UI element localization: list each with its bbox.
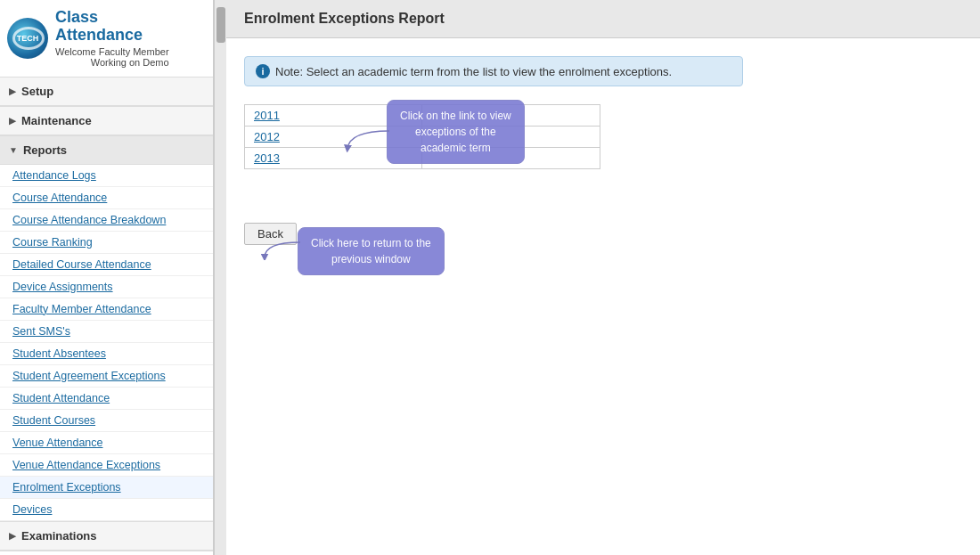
sidebar-scrollbar[interactable]: [214, 0, 226, 555]
examinations-section-header[interactable]: ▶ Examinations: [0, 522, 213, 551]
nav-item-enrolment-exceptions[interactable]: Enrolment Exceptions: [0, 477, 213, 499]
reports-label: Reports: [23, 143, 67, 157]
nav-item-student-absentees[interactable]: Student Absentees: [0, 343, 213, 365]
scrollbar-thumb: [216, 7, 225, 43]
nav-item-devices[interactable]: Devices: [0, 499, 213, 521]
nav-item-attendance-logs[interactable]: Attendance Logs: [0, 165, 213, 187]
app-title-line2: Attendance: [55, 27, 169, 45]
info-icon: i: [256, 64, 270, 78]
year-link-2011[interactable]: 2011: [254, 109, 280, 122]
nav-item-venue-attendance-exceptions[interactable]: Venue Attendance Exceptions: [0, 454, 213, 477]
tooltip2-arrow-icon: [260, 238, 305, 260]
maintenance-label: Maintenance: [21, 114, 92, 127]
welcome-text: Welcome Faculty Member Working on Demo: [55, 46, 169, 68]
nav-item-faculty-member-attendance[interactable]: Faculty Member Attendance: [0, 298, 213, 321]
note-box: i Note: Select an academic term from the…: [244, 56, 743, 86]
year-table-wrapper: 2011 2012 2013: [244, 104, 962, 169]
main-content: Enrolment Exceptions Report i Note: Sele…: [226, 0, 980, 555]
tooltip1-bubble: Click on the link to view exceptions of …: [387, 100, 525, 164]
nav-item-student-agreement-exceptions[interactable]: Student Agreement Exceptions: [0, 365, 213, 388]
app-title-block: Class Attendance Welcome Faculty Member …: [55, 9, 169, 68]
reports-section-header[interactable]: ▼ Reports: [0, 136, 213, 165]
nav-item-venue-attendance[interactable]: Venue Attendance: [0, 432, 213, 454]
reports-arrow-icon: ▼: [9, 145, 18, 155]
maintenance-arrow-icon: ▶: [9, 116, 16, 126]
note-text: Note: Select an academic term from the l…: [275, 65, 672, 78]
nav-item-student-attendance[interactable]: Student Attendance: [0, 388, 213, 410]
year-link-2012[interactable]: 2012: [254, 130, 280, 143]
nav-section-examinations: ▶ Examinations: [0, 522, 213, 551]
setup-section-header[interactable]: ▶ Setup: [0, 78, 213, 106]
nav-item-course-ranking[interactable]: Course Ranking: [0, 232, 213, 254]
year-link-2013[interactable]: 2013: [254, 151, 280, 165]
setup-label: Setup: [21, 85, 53, 98]
page-body: i Note: Select an academic term from the…: [226, 38, 980, 555]
nav-section-setup: ▶ Setup: [0, 78, 213, 107]
tooltip1-arrow-icon: [340, 127, 394, 153]
logo-abbr-text: TECH: [17, 34, 39, 43]
nav-item-sent-sms[interactable]: Sent SMS's: [0, 321, 213, 343]
examinations-label: Examinations: [21, 529, 97, 543]
examinations-arrow-icon: ▶: [9, 531, 16, 541]
nav-section-maintenance: ▶ Maintenance: [0, 107, 213, 136]
page-title: Enrolment Exceptions Report: [226, 0, 980, 38]
back-button-wrapper: Back Click here to return to the previou…: [244, 223, 297, 245]
maintenance-section-header[interactable]: ▶ Maintenance: [0, 107, 213, 135]
tooltip2-bubble: Click here to return to the previous win…: [298, 227, 445, 275]
tooltip-back: Click here to return to the previous win…: [298, 218, 445, 275]
nav-item-device-assignments[interactable]: Device Assignments: [0, 276, 213, 298]
nav-section-reports: ▼ Reports Attendance Logs Course Attenda…: [0, 136, 213, 522]
sidebar-header: TECH Class Attendance Welcome Faculty Me…: [0, 0, 213, 78]
setup-arrow-icon: ▶: [9, 86, 16, 96]
tooltip-year-links: Click on the link to view exceptions of …: [387, 100, 525, 164]
nav-item-course-attendance-breakdown[interactable]: Course Attendance Breakdown: [0, 209, 213, 232]
sidebar: TECH Class Attendance Welcome Faculty Me…: [0, 0, 214, 555]
app-title-line1: Class: [55, 9, 169, 27]
nav-item-course-attendance[interactable]: Course Attendance: [0, 187, 213, 209]
nav-item-student-courses[interactable]: Student Courses: [0, 410, 213, 432]
app-logo-icon: TECH: [7, 18, 48, 59]
nav-item-detailed-course-attendance[interactable]: Detailed Course Attendance: [0, 254, 213, 276]
